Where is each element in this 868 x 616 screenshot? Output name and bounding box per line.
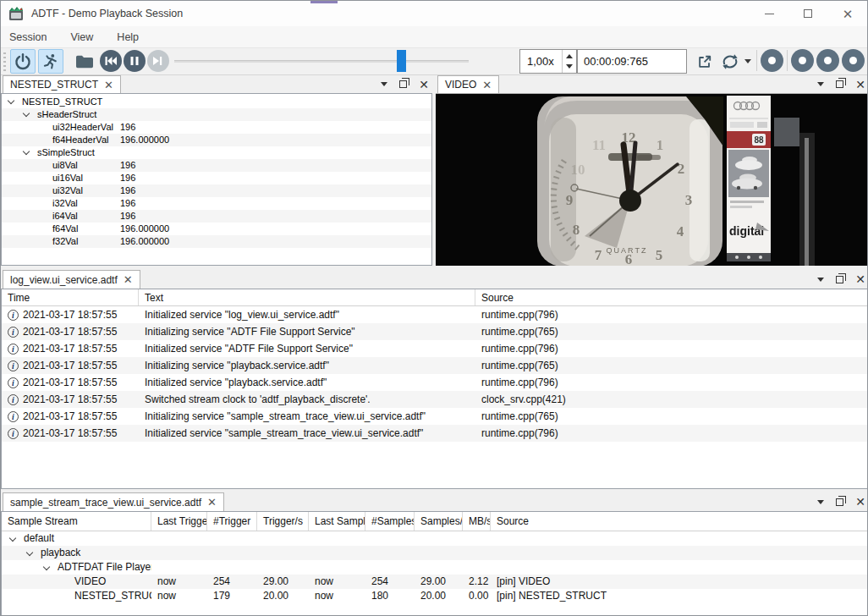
panel-float-icon[interactable]: [399, 80, 407, 88]
panel-close-icon[interactable]: ✕: [855, 496, 865, 508]
log-timestamp: 2021-03-17 18:57:55: [23, 306, 117, 323]
trace-row[interactable]: ADTFDAT File Player: [2, 560, 868, 575]
tree-row[interactable]: i64Val196: [2, 210, 431, 223]
column-header--trigger[interactable]: #Trigger: [207, 512, 257, 531]
marker-button-3[interactable]: [816, 49, 839, 72]
trace-row[interactable]: playback: [2, 546, 868, 560]
tree-row[interactable]: ui16Val196: [2, 172, 431, 184]
log-time-cell: i2021-03-17 18:57:55: [2, 340, 139, 357]
loop-mode-button[interactable]: [717, 49, 743, 74]
log-row[interactable]: i2021-03-17 18:57:55Initializing service…: [2, 323, 868, 340]
panel-menu-icon[interactable]: [817, 82, 824, 86]
column-header-text[interactable]: Text: [139, 289, 475, 305]
detach-view-button[interactable]: [693, 49, 717, 74]
tree-row[interactable]: ui8Val196: [2, 159, 431, 172]
column-header-samples-s[interactable]: Samples/s: [415, 512, 463, 531]
playback-position-slider[interactable]: [174, 49, 469, 73]
toolbar-drag-handle[interactable]: [3, 52, 6, 71]
tree-row[interactable]: i32Val196: [2, 197, 431, 210]
expand-chevron-icon[interactable]: [23, 110, 30, 117]
tab-trace-view[interactable]: sample_stream_trace_view.ui_service.adtf…: [3, 492, 224, 511]
tab-close-icon[interactable]: ✕: [124, 274, 133, 285]
panel-float-icon[interactable]: [836, 498, 843, 506]
trace-row[interactable]: VIDEOnow25429.00now25429.002.12[pin] VID…: [2, 575, 868, 589]
tree-row[interactable]: f32Val196.000000: [2, 235, 431, 248]
log-row[interactable]: i2021-03-17 18:57:55Switched stream cloc…: [2, 391, 868, 408]
menu-help[interactable]: Help: [108, 28, 147, 47]
log-row[interactable]: i2021-03-17 18:57:55Initializing service…: [2, 408, 868, 425]
expand-chevron-icon[interactable]: [43, 564, 50, 570]
column-header-sample-stream[interactable]: Sample Stream: [2, 512, 151, 531]
slider-handle[interactable]: [397, 50, 406, 72]
log-row[interactable]: i2021-03-17 18:57:55Initializing service…: [2, 357, 868, 374]
pause-button[interactable]: [124, 50, 146, 72]
speed-spinner-arrows[interactable]: [562, 50, 576, 73]
column-header--samples[interactable]: #Samples: [365, 512, 415, 531]
nested-struct-tree: NESTED_STRUCTsHeaderStructui32HeaderVal1…: [1, 93, 432, 266]
tree-node-value: 196.000000: [120, 134, 169, 146]
trace-row[interactable]: NESTED_STRUCTnow17920.00now18020.000.00[…: [2, 589, 868, 603]
tree-row[interactable]: sHeaderStruct: [2, 108, 431, 121]
column-header-source[interactable]: Source: [491, 512, 868, 531]
log-row[interactable]: i2021-03-17 18:57:55Initialized service …: [2, 306, 868, 323]
log-row[interactable]: i2021-03-17 18:57:55Initialized service …: [2, 340, 868, 357]
tab-close-icon[interactable]: ✕: [207, 497, 217, 508]
tab-video[interactable]: VIDEO ✕: [437, 75, 499, 93]
playback-speed-spinbox[interactable]: 1,00x: [519, 49, 577, 74]
column-header-mb-s[interactable]: MB/s: [463, 512, 491, 531]
loop-mode-dropdown[interactable]: [743, 49, 753, 74]
column-header-trigger-s[interactable]: Trigger/s: [257, 512, 309, 531]
marker-button-2[interactable]: [791, 49, 814, 72]
column-header-time[interactable]: Time: [2, 289, 139, 305]
open-file-button[interactable]: [72, 49, 97, 74]
log-row[interactable]: i2021-03-17 18:57:55Initialized service …: [2, 374, 868, 391]
tab-close-icon[interactable]: ✕: [104, 80, 113, 91]
open-external-icon: [696, 53, 713, 70]
expand-chevron-icon[interactable]: [8, 97, 14, 104]
stream-label: NESTED_STRUCT: [74, 589, 151, 603]
skip-to-start-button[interactable]: [100, 50, 122, 72]
close-button[interactable]: ✕: [828, 1, 867, 26]
trace-cell: [491, 531, 868, 546]
tab-log-view[interactable]: log_view.ui_service.adtf ✕: [3, 270, 140, 289]
tree-row[interactable]: ui32Val196: [2, 184, 431, 197]
playback-time-field[interactable]: 00:00:09:765: [577, 49, 687, 74]
marker-button-1[interactable]: [761, 49, 783, 72]
menu-session[interactable]: Session: [1, 28, 55, 47]
column-header-last-sample[interactable]: Last Sample: [309, 512, 365, 531]
expand-chevron-icon[interactable]: [26, 549, 33, 556]
column-header-source[interactable]: Source: [475, 289, 868, 305]
step-forward-button[interactable]: [147, 50, 169, 72]
panel-float-icon[interactable]: [836, 276, 843, 283]
log-row[interactable]: i2021-03-17 18:57:55Initialized service …: [2, 425, 868, 442]
panel-close-icon[interactable]: ✕: [855, 273, 865, 285]
panel-menu-icon[interactable]: [817, 278, 824, 282]
panel-close-icon[interactable]: ✕: [855, 79, 865, 91]
run-button[interactable]: [38, 49, 63, 74]
tree-row[interactable]: f64Val196.000000: [2, 223, 431, 235]
menu-view[interactable]: View: [62, 28, 102, 47]
panel-close-icon[interactable]: ✕: [419, 79, 429, 91]
panel-menu-icon[interactable]: [381, 82, 387, 86]
marker-button-4[interactable]: [842, 49, 865, 72]
tab-nested-struct[interactable]: NESTED_STRUCT ✕: [3, 75, 121, 93]
tree-row[interactable]: sSimpleStruct: [2, 146, 431, 159]
minimize-button[interactable]: [750, 1, 788, 26]
tree-row[interactable]: NESTED_STRUCT: [2, 96, 431, 108]
panel-menu-icon[interactable]: [817, 500, 824, 504]
expand-chevron-icon[interactable]: [9, 535, 16, 542]
panel-float-icon[interactable]: [836, 80, 843, 88]
maximize-button[interactable]: [788, 1, 827, 26]
trace-cell: [309, 531, 365, 546]
expand-chevron-icon[interactable]: [23, 148, 30, 155]
log-time-cell: i2021-03-17 18:57:55: [2, 391, 139, 408]
loop-icon: [720, 52, 740, 71]
trace-row[interactable]: default: [2, 531, 868, 546]
tree-row[interactable]: ui32HeaderVal196: [2, 121, 431, 134]
column-header-last-trigger[interactable]: Last Trigger: [151, 512, 207, 531]
tab-close-icon[interactable]: ✕: [482, 80, 492, 91]
info-icon: i: [8, 428, 19, 439]
session-power-button[interactable]: [10, 49, 36, 74]
tree-node-value: 196.000000: [120, 223, 169, 235]
tree-row[interactable]: f64HeaderVal196.000000: [2, 134, 431, 146]
